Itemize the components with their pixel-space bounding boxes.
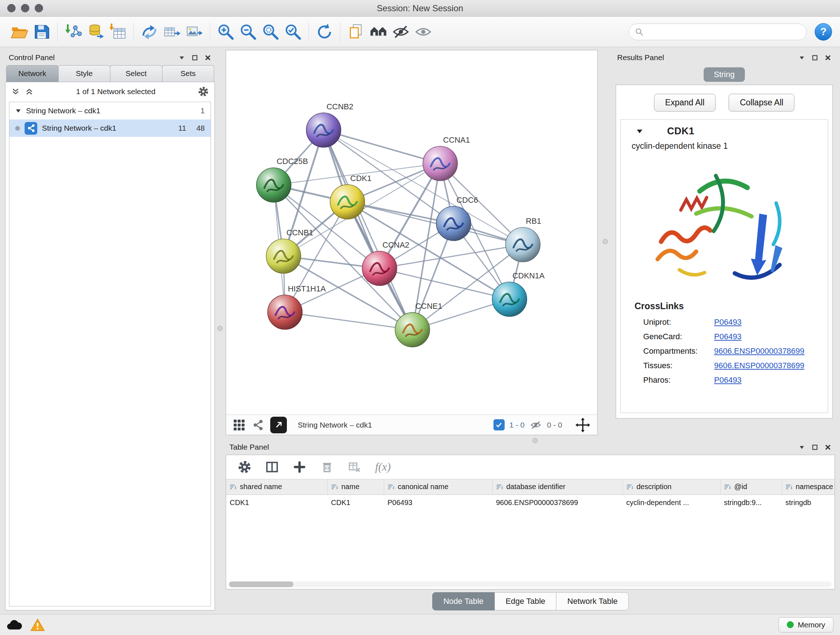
network-edge[interactable] — [324, 130, 412, 330]
expand-all-icon[interactable] — [11, 87, 20, 96]
column-header-canonical-name[interactable]: canonical name — [384, 479, 493, 494]
network-node-hist1h1a[interactable]: HIST1H1A — [268, 284, 326, 329]
column-header--id[interactable]: @id — [720, 479, 782, 494]
tab-edge-table[interactable]: Edge Table — [494, 592, 557, 610]
network-collection-row[interactable]: String Network – cdk1 1 — [9, 102, 210, 119]
crosslink-link[interactable]: P06493 — [714, 332, 742, 341]
add-column-icon[interactable] — [293, 460, 306, 474]
column-header-description[interactable]: description — [622, 479, 720, 494]
save-session-button[interactable] — [30, 21, 53, 43]
column-header-database-identifier[interactable]: database identifier — [493, 479, 622, 494]
export-image-button[interactable] — [183, 21, 205, 43]
memory-button[interactable]: Memory — [778, 617, 834, 632]
crosslink-link[interactable]: P06493 — [714, 318, 742, 327]
horizontal-scrollbar-thumb[interactable] — [229, 581, 294, 587]
table-cell[interactable]: P06493 — [384, 494, 493, 508]
panel-menu-icon[interactable] — [798, 444, 805, 451]
show-eye-button[interactable] — [412, 21, 434, 43]
network-node-ccnb2[interactable]: CCNB2 — [306, 102, 354, 147]
pan-crosshair-icon[interactable] — [575, 417, 591, 433]
panel-close-icon[interactable] — [824, 54, 831, 61]
horizontal-scrollbar-track[interactable] — [229, 581, 832, 587]
panel-close-icon[interactable] — [824, 444, 831, 451]
tree-expand-triangle-icon[interactable] — [15, 108, 21, 114]
import-database-button[interactable] — [84, 21, 107, 43]
network-edge[interactable] — [347, 202, 523, 245]
import-network-button[interactable] — [62, 21, 84, 43]
collapse-all-button[interactable]: Collapse All — [729, 94, 794, 111]
search-input[interactable] — [647, 27, 801, 36]
crosslink-link[interactable]: 9606.ENSP00000378699 — [714, 361, 805, 371]
network-options-gear-icon[interactable] — [198, 86, 209, 97]
import-table-button[interactable] — [107, 21, 129, 43]
refresh-button[interactable] — [313, 21, 336, 43]
tab-network[interactable]: Network — [6, 65, 58, 82]
table-cell[interactable]: 9606.ENSP00000378699 — [493, 494, 622, 508]
panel-float-icon[interactable] — [812, 444, 818, 451]
network-node-cdkn1a[interactable]: CDKN1A — [493, 271, 545, 317]
network-edge[interactable] — [285, 312, 412, 330]
splitter-handle[interactable] — [532, 438, 538, 443]
hide-eye-button[interactable] — [390, 21, 412, 43]
section-collapse-triangle-icon[interactable] — [636, 128, 643, 135]
delete-column-icon[interactable] — [320, 460, 334, 474]
network-graph-svg[interactable]: CCNB2CCNA1CDC25BCDK1CDC6RB1CCNB1CCNA2CDK… — [226, 50, 597, 415]
panel-menu-icon[interactable] — [798, 54, 805, 61]
splitter-handle[interactable] — [603, 239, 608, 244]
network-edge[interactable] — [284, 130, 324, 256]
crosslink-link[interactable]: P06493 — [714, 375, 742, 385]
panel-close-icon[interactable] — [204, 54, 211, 61]
table-cell[interactable]: stringdb:9... — [720, 494, 782, 508]
gene-section-header[interactable]: CDK1 — [621, 120, 828, 140]
open-session-button[interactable] — [8, 21, 30, 43]
network-canvas[interactable]: CCNB2CCNA1CDC25BCDK1CDC6RB1CCNB1CCNA2CDK… — [226, 50, 597, 415]
tab-select[interactable]: Select — [110, 65, 163, 82]
tab-sets[interactable]: Sets — [162, 65, 215, 82]
table-row[interactable]: CDK1CDK1P064939606.ENSP00000378699cyclin… — [226, 494, 835, 508]
table-cell[interactable]: CDK1 — [327, 494, 384, 508]
maximize-window-button[interactable] — [35, 4, 43, 12]
column-header-name[interactable]: name — [327, 479, 384, 494]
selected-checkbox-icon[interactable] — [493, 419, 505, 431]
zoom-selected-button[interactable] — [282, 21, 304, 43]
warning-icon[interactable] — [30, 618, 45, 631]
network-node-ccnb1[interactable]: CCNB1 — [266, 228, 313, 273]
network-edge[interactable] — [324, 130, 440, 163]
select-columns-icon[interactable] — [265, 460, 279, 474]
tab-style[interactable]: Style — [58, 65, 111, 82]
function-builder-icon[interactable]: f(x) — [375, 461, 391, 473]
network-node-rb1[interactable]: RB1 — [505, 217, 541, 262]
table-cell[interactable]: CDK1 — [226, 494, 327, 508]
minimize-window-button[interactable] — [21, 4, 29, 12]
open-in-window-button[interactable] — [270, 417, 287, 433]
column-header-shared-name[interactable]: shared name — [226, 479, 327, 494]
panel-float-icon[interactable] — [191, 54, 198, 61]
delete-table-icon[interactable] — [347, 460, 362, 474]
panel-menu-icon[interactable] — [178, 54, 185, 61]
cloud-icon[interactable] — [6, 619, 22, 631]
network-edit-button[interactable] — [138, 21, 161, 43]
table-cell[interactable]: stringdb — [782, 494, 835, 508]
crosslink-link[interactable]: 9606.ENSP00000378699 — [714, 347, 805, 356]
network-node-cdc25b[interactable]: CDC25B — [256, 157, 308, 203]
birdseye-grid-icon[interactable] — [233, 418, 246, 432]
zoom-out-button[interactable] — [237, 21, 259, 43]
export-table-button[interactable] — [161, 21, 183, 43]
zoom-fit-button[interactable] — [259, 21, 282, 43]
panel-float-icon[interactable] — [812, 54, 818, 61]
annotation-button[interactable] — [345, 21, 367, 43]
hidden-eye-icon[interactable] — [529, 418, 542, 432]
zoom-in-button[interactable] — [215, 21, 237, 43]
column-header-namespace[interactable]: namespace — [782, 479, 835, 494]
tab-network-table[interactable]: Network Table — [556, 592, 629, 610]
tab-node-table[interactable]: Node Table — [432, 592, 495, 610]
close-window-button[interactable] — [7, 4, 16, 12]
string-tab-badge[interactable]: String — [704, 67, 745, 82]
network-node-ccna1[interactable]: CCNA1 — [423, 135, 470, 181]
help-button[interactable]: ? — [815, 23, 832, 41]
network-row[interactable]: String Network – cdk1 11 48 — [9, 119, 210, 137]
network-overview-icon[interactable] — [251, 418, 264, 432]
search-box[interactable] — [629, 24, 807, 40]
table-settings-gear-icon[interactable] — [238, 460, 251, 474]
network-node-cdc6[interactable]: CDC6 — [436, 195, 478, 241]
